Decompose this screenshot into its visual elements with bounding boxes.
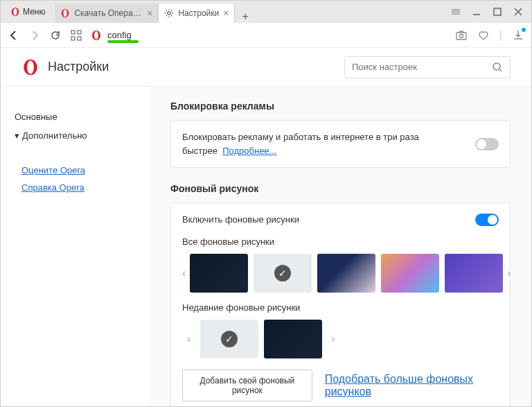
search-icon (492, 62, 503, 73)
wallpaper-thumb[interactable] (264, 320, 322, 358)
more-wallpapers-link[interactable]: Подобрать больше фоновых рисунков (325, 373, 499, 398)
wallpaper-toggle[interactable] (475, 214, 499, 226)
sidebar: Основные ▾ Дополнительно Оцените Opera С… (1, 87, 150, 407)
svg-rect-6 (71, 31, 75, 34)
svg-point-4 (168, 12, 170, 15)
close-icon[interactable]: × (147, 8, 152, 19)
sidebar-link-help[interactable]: Справка Opera (21, 179, 136, 196)
tab-download-opera[interactable]: Скачать Опера для компь × (55, 3, 159, 23)
all-wallpapers-carousel: ‹ ✓ › (182, 254, 499, 293)
minimize-button[interactable] (472, 7, 481, 17)
svg-rect-8 (71, 37, 75, 40)
easy-setup-icon[interactable] (451, 7, 461, 17)
opera-icon (21, 58, 39, 76)
adblock-text: Блокировать рекламу и работать в интерне… (182, 130, 467, 157)
menu-button[interactable]: Меню (3, 4, 52, 19)
page-title: Настройки (21, 58, 109, 76)
sidebar-link-rate[interactable]: Оцените Opera (21, 162, 136, 179)
svg-point-3 (64, 10, 67, 17)
settings-header: Настройки (1, 48, 531, 87)
adblock-card: Блокировать рекламу и работать в интерне… (170, 120, 511, 168)
heart-icon[interactable] (477, 29, 490, 42)
tab-settings[interactable]: Настройки × (159, 3, 235, 23)
carousel-next[interactable]: › (507, 254, 511, 293)
carousel-next[interactable]: › (326, 320, 340, 358)
menu-label: Меню (23, 7, 45, 17)
svg-rect-7 (78, 31, 81, 34)
wallpaper-card: Включить фоновые рисунки Все фоновые рис… (170, 202, 511, 407)
address-bar[interactable]: config (91, 30, 447, 41)
toolbar-right: | (455, 29, 524, 42)
content-area: Основные ▾ Дополнительно Оцените Opera С… (1, 87, 531, 407)
adblock-toggle[interactable] (475, 138, 499, 150)
wallpaper-thumb[interactable]: ✓ (254, 254, 312, 293)
opera-icon (10, 7, 20, 17)
gear-icon (164, 8, 174, 18)
close-icon[interactable]: × (223, 8, 229, 19)
sidebar-item-basic[interactable]: Основные (15, 107, 136, 126)
forward-button[interactable] (28, 29, 41, 42)
learn-more-link[interactable]: Подробнее... (222, 146, 276, 156)
reload-button[interactable] (49, 29, 62, 42)
address-text: config (107, 30, 132, 40)
tab-strip: Скачать Опера для компь × Настройки × + (55, 1, 255, 23)
sidebar-item-advanced[interactable]: ▾ Дополнительно (15, 126, 136, 145)
check-icon: ✓ (221, 331, 238, 347)
maximize-button[interactable] (493, 7, 502, 17)
toolbar: config | (1, 23, 531, 48)
opera-icon (60, 8, 70, 18)
section-title-wallpaper: Фоновый рисунок (170, 183, 511, 194)
svg-point-15 (27, 60, 34, 74)
recent-wallpapers-label: Недавние фоновые рисунки (182, 302, 499, 313)
recent-wallpapers-carousel: ‹ ✓ › (182, 320, 499, 358)
svg-rect-12 (456, 33, 466, 40)
tab-label: Настройки (178, 8, 219, 18)
wallpaper-thumb[interactable] (381, 254, 439, 293)
section-title-adblock: Блокировка рекламы (170, 101, 511, 112)
snapshot-icon[interactable] (455, 29, 468, 42)
window-controls (451, 7, 529, 17)
chevron-down-icon: ▾ (15, 130, 19, 141)
svg-rect-5 (494, 8, 501, 15)
downloads-icon[interactable] (512, 29, 524, 42)
wallpaper-thumb[interactable] (445, 254, 503, 293)
all-wallpapers-label: Все фоновые рисунки (182, 236, 499, 247)
titlebar: Меню Скачать Опера для компь × Настройки… (1, 1, 531, 23)
wallpaper-thumb[interactable] (317, 254, 375, 293)
svg-rect-9 (78, 37, 81, 40)
svg-point-1 (13, 8, 17, 16)
wallpaper-thumb[interactable]: ✓ (200, 320, 258, 358)
main-panel: Блокировка рекламы Блокировать рекламу и… (150, 87, 531, 407)
tab-label: Скачать Опера для компь (74, 8, 143, 18)
svg-point-11 (94, 31, 98, 40)
highlight-marker (107, 40, 139, 43)
carousel-prev[interactable]: ‹ (182, 320, 196, 358)
carousel-prev[interactable]: ‹ (182, 254, 186, 293)
svg-point-16 (493, 63, 500, 70)
back-button[interactable] (8, 29, 20, 42)
settings-search[interactable] (344, 56, 511, 78)
new-tab-button[interactable]: + (235, 10, 255, 23)
opera-icon (91, 30, 102, 41)
check-icon: ✓ (274, 265, 291, 282)
speed-dial-button[interactable] (70, 29, 82, 42)
svg-point-13 (459, 34, 463, 37)
wallpaper-thumb[interactable] (190, 254, 248, 293)
search-input[interactable] (352, 62, 492, 72)
wallpaper-enable-label: Включить фоновые рисунки (182, 213, 299, 227)
close-button[interactable] (513, 7, 523, 17)
add-wallpaper-button[interactable]: Добавить свой фоновый рисунок (182, 370, 312, 401)
